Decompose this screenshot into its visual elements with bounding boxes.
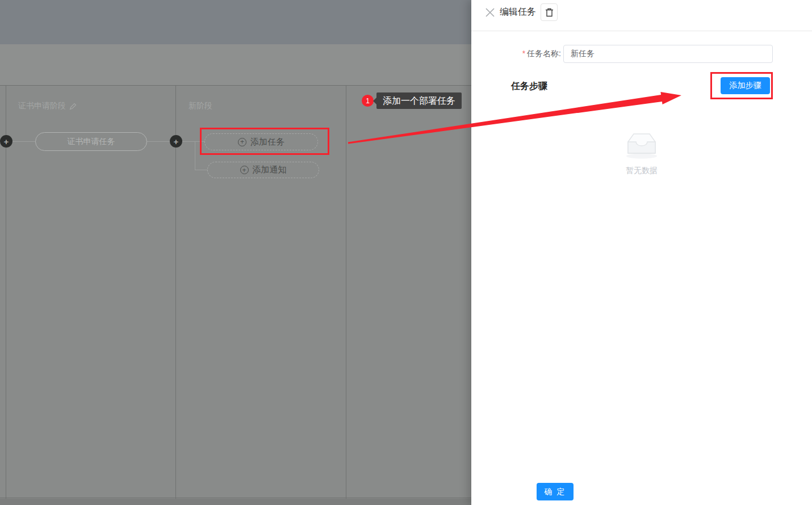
task-pill-label: 证书申请任务	[68, 137, 115, 147]
add-stage-before-button[interactable]: +	[0, 135, 12, 148]
plus-icon: +	[174, 137, 179, 146]
pipeline-editor-dimmed	[0, 0, 471, 505]
stage2-title: 新阶段	[189, 101, 212, 111]
empty-box-icon	[625, 129, 659, 159]
empty-state: 暂无数据	[471, 129, 812, 176]
add-stage-after-button[interactable]: +	[170, 135, 182, 148]
close-icon[interactable]	[485, 7, 495, 18]
tutorial-tooltip: 添加一个部署任务	[376, 92, 462, 109]
required-mark: *	[522, 49, 525, 58]
connector-line	[195, 141, 195, 170]
stage-column-3	[346, 85, 471, 499]
delete-task-button[interactable]	[541, 3, 558, 21]
connector-line	[195, 170, 208, 170]
top-navbar-dimmed	[0, 0, 471, 44]
stage1-title-row: 证书申请阶段	[18, 101, 77, 111]
confirm-button[interactable]: 确 定	[537, 483, 574, 500]
add-notice-button[interactable]: + 添加通知	[207, 162, 319, 178]
task-pill-certificate[interactable]: 证书申请任务	[35, 132, 147, 151]
drawer-header: 编辑任务	[471, 0, 812, 31]
highlight-rect-add-task	[200, 128, 329, 155]
empty-state-text: 暂无数据	[471, 166, 812, 176]
highlight-rect-add-step	[710, 72, 773, 99]
stage1-title: 证书申请阶段	[18, 101, 66, 111]
drawer-title: 编辑任务	[500, 6, 536, 18]
page-footer-strip	[0, 499, 471, 505]
circled-plus-icon: +	[240, 166, 249, 174]
step-badge: 1	[362, 95, 374, 107]
stage2-title-row: 新阶段	[189, 101, 212, 111]
task-name-row: *任务名称:	[471, 45, 812, 63]
trash-icon	[545, 8, 554, 17]
edit-icon[interactable]	[69, 103, 77, 110]
app-root: 证书申请阶段 新阶段 + + 证书申请任务 + 添加任务 + 添加通知 编	[0, 0, 812, 505]
toolbar-dimmed	[0, 44, 471, 85]
add-notice-label: 添加通知	[253, 165, 287, 175]
connector-line	[147, 141, 170, 142]
connector-line	[12, 141, 35, 142]
task-name-input[interactable]	[563, 45, 773, 63]
plus-icon: +	[4, 137, 9, 146]
task-name-label: *任务名称:	[522, 49, 561, 59]
steps-section-label: 任务步骤	[511, 81, 547, 92]
